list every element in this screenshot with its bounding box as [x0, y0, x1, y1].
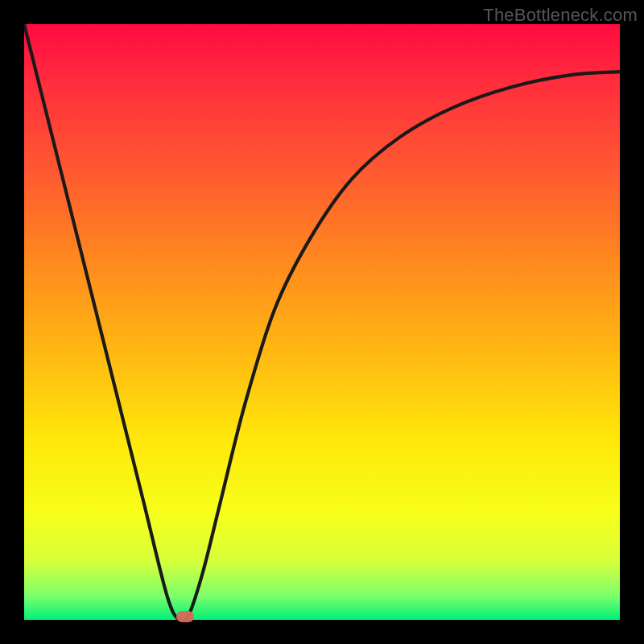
chart-frame: TheBottleneck.com [0, 0, 644, 644]
bottleneck-curve [24, 24, 620, 620]
watermark-text: TheBottleneck.com [483, 5, 638, 26]
plot-area [24, 24, 620, 620]
optimum-marker [176, 611, 194, 622]
curve-svg [24, 24, 620, 620]
